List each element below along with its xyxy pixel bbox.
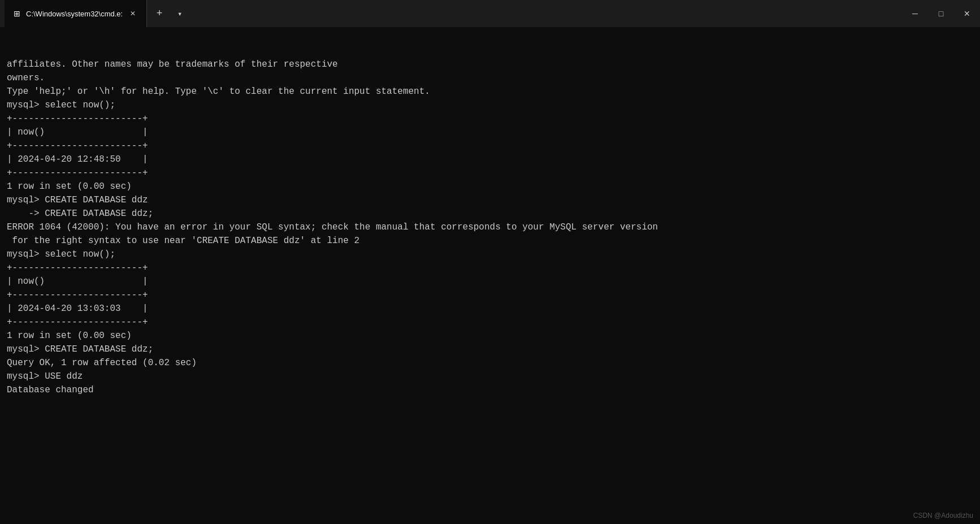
window-controls: ─ □ ✕ [902, 0, 980, 27]
terminal-line: +------------------------+ [7, 261, 973, 275]
terminal-line: Database changed [7, 383, 973, 397]
terminal-line: Type 'help;' or '\h' for help. Type '\c'… [7, 85, 973, 98]
terminal-line: | 2024-04-20 13:03:03 | [7, 302, 973, 315]
terminal-line: owners. [7, 71, 973, 85]
tab-icon: ⊞ [14, 9, 20, 18]
tab-close-button[interactable]: ✕ [128, 9, 137, 18]
minimize-button[interactable]: ─ [902, 0, 928, 27]
terminal-line: mysql> CREATE DATABASE ddz; [7, 343, 973, 356]
active-tab[interactable]: ⊞ C:\Windows\system32\cmd.e: ✕ [5, 0, 147, 27]
terminal-line: 1 row in set (0.00 sec) [7, 329, 973, 343]
tab-area: ⊞ C:\Windows\system32\cmd.e: ✕ + ▾ [5, 0, 902, 27]
terminal-line: mysql> CREATE DATABASE ddz [7, 193, 973, 207]
terminal-line: +------------------------+ [7, 315, 973, 329]
tab-title: C:\Windows\system32\cmd.e: [26, 10, 123, 18]
tab-dropdown-button[interactable]: ▾ [170, 3, 190, 24]
terminal-line: | now() | [7, 125, 973, 139]
watermark: CSDN @Adoudizhu [913, 512, 973, 519]
terminal-line: | now() | [7, 275, 973, 288]
terminal-line: -> CREATE DATABASE ddz; [7, 207, 973, 220]
terminal-line: Query OK, 1 row affected (0.02 sec) [7, 356, 973, 370]
maximize-button[interactable]: □ [928, 0, 954, 27]
terminal-line: mysql> select now(); [7, 248, 973, 261]
terminal-line: mysql> select now(); [7, 98, 973, 112]
title-bar: ⊞ C:\Windows\system32\cmd.e: ✕ + ▾ ─ □ ✕ [0, 0, 980, 27]
terminal-line: +------------------------+ [7, 288, 973, 302]
terminal-line: mysql> USE ddz [7, 370, 973, 383]
terminal-line: +------------------------+ [7, 112, 973, 125]
terminal-line: ERROR 1064 (42000): You have an error in… [7, 220, 973, 234]
terminal-line: 1 row in set (0.00 sec) [7, 180, 973, 193]
terminal-line: +------------------------+ [7, 139, 973, 153]
terminal-output[interactable]: affiliates. Other names may be trademark… [0, 27, 980, 524]
terminal-window: ⊞ C:\Windows\system32\cmd.e: ✕ + ▾ ─ □ ✕… [0, 0, 980, 524]
terminal-line: | 2024-04-20 12:48:50 | [7, 153, 973, 166]
terminal-line: affiliates. Other names may be trademark… [7, 58, 973, 71]
new-tab-button[interactable]: + [149, 3, 170, 24]
terminal-line: +------------------------+ [7, 166, 973, 180]
close-button[interactable]: ✕ [954, 0, 980, 27]
terminal-line: for the right syntax to use near 'CREATE… [7, 234, 973, 248]
